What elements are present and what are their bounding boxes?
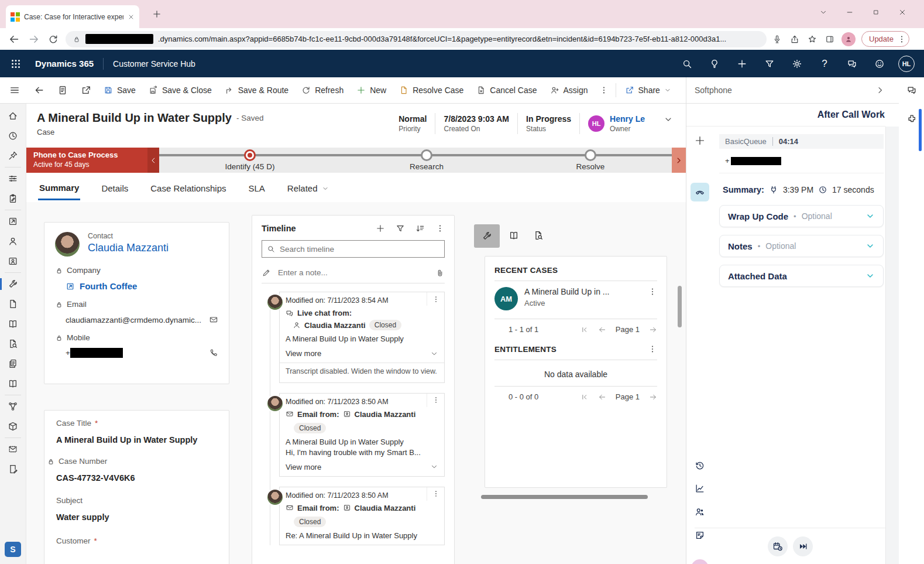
- tab-details[interactable]: Details: [100, 176, 129, 199]
- resolve-case-button[interactable]: Resolve Case: [393, 77, 470, 103]
- browser-forward-icon[interactable]: [28, 33, 40, 45]
- waffle-menu-icon[interactable]: [7, 58, 25, 70]
- nav-article-search-icon[interactable]: [0, 334, 26, 354]
- tab-sla[interactable]: SLA: [247, 176, 266, 199]
- chevron-down-icon[interactable]: [865, 271, 875, 281]
- nav-cases-icon[interactable]: [0, 274, 26, 294]
- entry-contact[interactable]: Claudia Mazzanti: [304, 321, 366, 330]
- timeline-entry-email[interactable]: Modified on: 7/11/2023 8:50 AM Email fro…: [279, 393, 445, 477]
- nav-templates-icon[interactable]: [0, 354, 26, 374]
- chevron-down-icon[interactable]: [430, 463, 438, 471]
- back-icon[interactable]: [34, 85, 44, 95]
- first-page-icon[interactable]: [580, 393, 589, 401]
- nav-connections-icon[interactable]: [0, 396, 26, 416]
- chevron-down-icon[interactable]: [430, 350, 438, 358]
- owner-value[interactable]: Henry Le: [610, 114, 645, 124]
- stage-resolve-marker[interactable]: [585, 149, 596, 161]
- save-and-close-button[interactable]: Save & Close: [142, 77, 218, 103]
- prev-page-icon[interactable]: [598, 393, 606, 401]
- timeline-entry-email[interactable]: Modified on: 7/11/2023 8:50 AM Email fro…: [279, 487, 445, 545]
- prev-page-icon[interactable]: [598, 326, 606, 334]
- timeline-add-icon[interactable]: [376, 224, 385, 233]
- process-collapse-chevron[interactable]: [147, 148, 159, 173]
- new-button[interactable]: New: [350, 77, 393, 103]
- tab-close-icon[interactable]: [128, 13, 135, 20]
- bookmark-star-icon[interactable]: [808, 35, 817, 44]
- first-page-icon[interactable]: [580, 326, 589, 334]
- stage-identify[interactable]: Identify (45 D): [215, 149, 285, 171]
- nav-recent-icon[interactable]: [0, 126, 26, 146]
- brand-title[interactable]: Dynamics 365: [35, 59, 94, 69]
- nav-email-icon[interactable]: [0, 439, 26, 459]
- email-value-row[interactable]: claudiamazzanti@crmdemo.dynamic...: [66, 315, 218, 324]
- teams-chat-icon[interactable]: [899, 85, 924, 95]
- filter-icon[interactable]: [761, 59, 778, 69]
- command-overflow-icon[interactable]: [599, 86, 609, 95]
- nav-activities-icon[interactable]: [0, 189, 26, 208]
- save-button[interactable]: Save: [97, 77, 142, 103]
- entry-contact[interactable]: Claudia Mazzanti: [355, 410, 416, 419]
- nav-queues-icon[interactable]: [0, 294, 26, 314]
- company-link[interactable]: Fourth Coffee: [80, 281, 137, 291]
- nav-accounts-icon[interactable]: [0, 211, 26, 231]
- process-advance-chevron[interactable]: [672, 148, 686, 173]
- call-phone-icon[interactable]: [209, 348, 218, 358]
- article-search-tab[interactable]: [530, 227, 547, 244]
- tab-related[interactable]: Related: [286, 176, 330, 199]
- mic-icon[interactable]: [772, 35, 782, 44]
- nav-drafts-icon[interactable]: [0, 459, 26, 479]
- skip-acw-button[interactable]: [793, 536, 813, 556]
- url-field[interactable]: .dynamics.com/main.aspx?appid=6685b74b-f…: [66, 31, 767, 47]
- view-more-row[interactable]: View more: [286, 463, 438, 471]
- window-close-button[interactable]: [892, 4, 912, 21]
- stage-research-marker[interactable]: [421, 149, 432, 161]
- refresh-button[interactable]: Refresh: [295, 77, 350, 103]
- paperclip-icon[interactable]: [435, 268, 445, 278]
- search-icon[interactable]: [678, 59, 696, 69]
- tab-case-relationships[interactable]: Case Relationships: [149, 176, 227, 199]
- lightbulb-icon[interactable]: [706, 59, 723, 69]
- next-page-icon[interactable]: [649, 393, 657, 401]
- recent-case-title[interactable]: A Mineral Build Up in ...: [524, 287, 641, 296]
- next-page-icon[interactable]: [649, 326, 657, 334]
- share-button[interactable]: Share: [619, 77, 678, 103]
- collapse-panel-chevron-icon[interactable]: [875, 86, 885, 95]
- nav-home-icon[interactable]: [0, 106, 26, 126]
- insights-chart-icon[interactable]: [686, 483, 713, 494]
- timeline-entry-livechat[interactable]: Modified on: 7/11/2023 8:54 AM Live chat…: [279, 292, 445, 383]
- rail-scrollbar[interactable]: [919, 109, 922, 151]
- entry-more-icon[interactable]: [427, 394, 444, 407]
- user-avatar[interactable]: HL: [898, 56, 915, 72]
- save-and-route-button[interactable]: Save & Route: [218, 77, 295, 103]
- form-selector-icon[interactable]: [57, 85, 68, 95]
- session-history-icon[interactable]: [686, 460, 713, 471]
- tab-summary[interactable]: Summary: [38, 175, 80, 200]
- quick-create-plus-icon[interactable]: [733, 59, 751, 69]
- nav-knowledge-book-icon[interactable]: [0, 374, 26, 394]
- feedback-chat-icon[interactable]: [843, 59, 861, 69]
- nav-social-profiles-icon[interactable]: [0, 251, 26, 271]
- entry-contact[interactable]: Claudia Mazzanti: [355, 504, 416, 512]
- owner-field[interactable]: HL Henry Le Owner: [580, 114, 653, 133]
- chevron-down-icon[interactable]: [865, 241, 875, 251]
- view-more-row[interactable]: View more: [286, 349, 438, 358]
- add-session-icon[interactable]: [686, 135, 713, 146]
- window-minimize-button[interactable]: [840, 4, 860, 21]
- window-maximize-button[interactable]: [866, 4, 886, 21]
- header-expand-chevron-icon[interactable]: [664, 115, 673, 124]
- browser-tab[interactable]: Case: Case for Interactive experie: [6, 5, 139, 28]
- settings-gear-icon[interactable]: [788, 59, 806, 69]
- help-icon[interactable]: ?: [816, 58, 833, 70]
- nav-dashboards-icon[interactable]: [0, 169, 26, 189]
- sitemap-hamburger-icon[interactable]: [9, 85, 20, 95]
- email-value[interactable]: claudiamazzanti@crmdemo.dynamic...: [66, 316, 209, 324]
- open-in-new-window-icon[interactable]: [81, 85, 91, 95]
- attached-data-accordion[interactable]: Attached Data: [719, 265, 884, 287]
- tab-search-chevron-icon[interactable]: [813, 4, 833, 21]
- timeline-filter-icon[interactable]: [396, 224, 405, 233]
- entry-more-icon[interactable]: [427, 487, 444, 501]
- chevron-down-icon[interactable]: [865, 211, 875, 221]
- panel-horizontal-scrollbar[interactable]: [481, 495, 648, 499]
- related-tool-wrench-tab[interactable]: [474, 224, 500, 248]
- knowledge-book-tab[interactable]: [505, 227, 523, 244]
